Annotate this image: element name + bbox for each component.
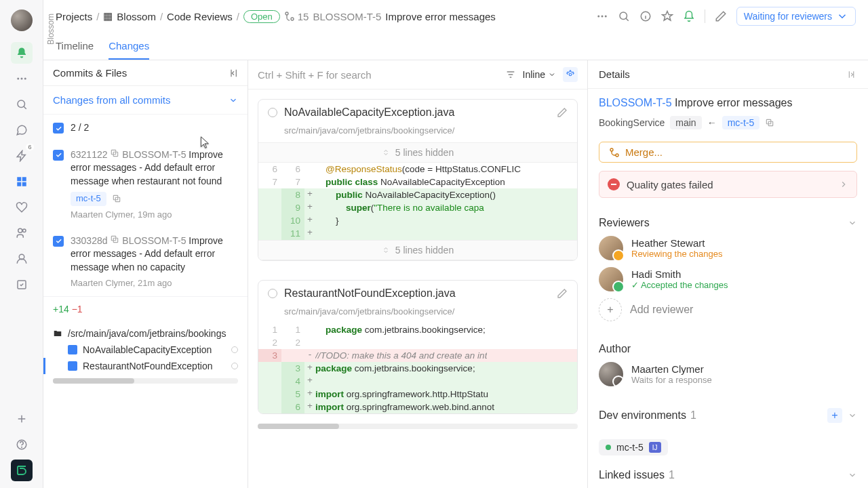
diff-line[interactable]: 77 public class NoAvailableCapacityExcep…	[258, 176, 577, 188]
checkbox-icon[interactable]	[53, 150, 64, 161]
expand-hunk[interactable]: 5 lines hidden	[258, 240, 577, 260]
edit-file-icon[interactable]	[557, 288, 568, 299]
env-chip[interactable]: mc-t-5 IJ	[599, 439, 668, 455]
crumb-reviews[interactable]: Code Reviews	[167, 11, 233, 22]
svg-point-18	[605, 16, 607, 18]
target-branch[interactable]: main	[670, 116, 701, 129]
search-input[interactable]: Ctrl + Shift + F for search	[258, 69, 505, 81]
crumb-projects[interactable]: Projects	[56, 11, 92, 22]
checkbox-icon[interactable]	[53, 236, 64, 247]
bell-icon[interactable]	[683, 10, 695, 22]
help-icon[interactable]	[11, 434, 33, 455]
horizontal-scrollbar[interactable]	[53, 378, 238, 384]
chevron-down-icon[interactable]	[848, 411, 857, 420]
svg-point-13	[21, 447, 22, 447]
bolt-icon[interactable]: 6	[11, 145, 33, 167]
svg-rect-7	[22, 182, 26, 186]
quality-gates-banner[interactable]: Quality gates failed	[599, 171, 857, 198]
commit-item[interactable]: 6321122 BLOSSOM-T-5 Improve error messag…	[43, 142, 248, 228]
reviewers-heading: Reviewers	[599, 217, 857, 229]
commits-filter-dropdown[interactable]: Changes from all commits	[43, 86, 248, 115]
tree-file[interactable]: NoAvailableCapacityException	[43, 342, 248, 358]
add-env-button[interactable]: +	[827, 408, 842, 423]
star-icon[interactable]	[661, 10, 673, 22]
svg-point-31	[616, 154, 618, 157]
filter-icon[interactable]	[505, 69, 516, 80]
todo-icon[interactable]	[11, 274, 33, 296]
diff-line[interactable]: 8+ public NoAvailableCapacityException()	[258, 188, 577, 201]
svg-point-19	[620, 12, 627, 20]
notifications-icon[interactable]	[11, 42, 33, 64]
diff-line[interactable]: 11 package com.jetbrains.bookingservice;	[258, 323, 577, 336]
author-heading: Author	[599, 343, 857, 355]
file-header[interactable]: RestaurantNotFoundException.java	[258, 281, 577, 306]
projects-icon[interactable]	[11, 171, 33, 192]
collapse-panel-icon[interactable]	[848, 70, 857, 79]
chevron-down-icon	[836, 10, 848, 22]
add-reviewer-button[interactable]: + Add reviewer	[599, 298, 857, 321]
diff-line[interactable]: 6+import org.springframework.web.bind.an…	[258, 401, 577, 413]
chevron-down-icon[interactable]	[848, 218, 857, 228]
horizontal-scrollbar[interactable]	[258, 424, 578, 429]
info-icon[interactable]	[639, 10, 652, 22]
tree-folder[interactable]: /src/main/java/com/jetbrains/bookings	[43, 325, 248, 342]
search-rail-icon[interactable]	[11, 94, 33, 115]
add-icon[interactable]	[11, 408, 33, 430]
search-icon[interactable]	[618, 10, 630, 22]
chat-icon[interactable]	[11, 119, 33, 141]
review-state-dropdown[interactable]: Waiting for reviewers	[736, 7, 856, 26]
tab-timeline[interactable]: Timeline	[56, 33, 94, 60]
checkbox-icon[interactable]	[53, 123, 64, 134]
diff-line[interactable]: 4+	[258, 375, 577, 388]
diff-line[interactable]: 10+ }	[258, 214, 577, 227]
svg-rect-6	[17, 182, 21, 186]
arrow-left-icon: ←	[707, 117, 717, 128]
diff-line[interactable]: 11+	[258, 227, 577, 240]
issue-key[interactable]: BLOSSOM-T-5	[313, 11, 381, 22]
diff-line[interactable]: 3+package com.jetbrains.bookingservice;	[258, 362, 577, 375]
diff-line[interactable]: 66 @ResponseStatus(code = HttpStatus.CON…	[258, 163, 577, 176]
edit-icon[interactable]	[715, 10, 727, 22]
copy-icon[interactable]	[110, 148, 119, 158]
review-ring-icon[interactable]	[268, 108, 277, 117]
branch-tag[interactable]: mc-t-5	[71, 192, 106, 205]
diff-line[interactable]: 3-//TODO: make this a 404 and create an …	[258, 349, 577, 362]
status-dot-icon	[606, 445, 611, 450]
expand-hunk[interactable]: 5 lines hidden	[258, 142, 577, 163]
tree-file[interactable]: RestaurantNotFoundException	[43, 358, 248, 374]
edit-file-icon[interactable]	[557, 107, 568, 118]
review-ring-icon[interactable]	[268, 289, 277, 298]
commit-item[interactable]: 330328d BLOSSOM-T-5 Improve error messag…	[43, 228, 248, 296]
copy-icon[interactable]	[112, 194, 121, 203]
svg-point-3	[18, 100, 25, 108]
tab-changes[interactable]: Changes	[108, 33, 149, 60]
team-icon[interactable]	[11, 222, 33, 244]
project-cube-icon: ▦	[103, 10, 113, 22]
copy-icon[interactable]	[765, 118, 774, 127]
product-logo[interactable]	[11, 460, 33, 481]
author-row: Maarten Clymer Waits for a response	[599, 362, 857, 386]
repo-name[interactable]: BookingService	[599, 117, 665, 128]
avatar[interactable]	[599, 362, 623, 386]
diff-line[interactable]: 5+import org.springframework.http.HttpSt…	[258, 388, 577, 401]
more-actions-icon[interactable]	[596, 10, 608, 22]
chevron-down-icon[interactable]	[848, 470, 857, 480]
heart-icon[interactable]	[11, 197, 33, 218]
user-avatar[interactable]	[11, 9, 33, 31]
avatar[interactable]	[599, 267, 623, 291]
avatar[interactable]	[599, 236, 623, 260]
source-branch[interactable]: mc-t-5	[722, 116, 760, 129]
diff-line[interactable]: 9+ super("There is no available capa	[258, 201, 577, 214]
view-mode-select[interactable]: Inline	[523, 69, 556, 80]
profile-icon[interactable]	[11, 248, 33, 270]
select-all-row[interactable]: 2 / 2	[43, 115, 248, 142]
collapse-panel-icon[interactable]	[227, 68, 238, 79]
copy-icon[interactable]	[110, 235, 119, 244]
merge-button[interactable]: Merge...	[599, 142, 857, 163]
file-header[interactable]: NoAvailableCapacityException.java	[258, 100, 577, 125]
crumb-project[interactable]: Blossom	[117, 11, 156, 22]
linked-issues-heading: Linked issues1	[599, 469, 857, 481]
more-icon[interactable]	[11, 68, 33, 89]
diff-line[interactable]: 22	[258, 336, 577, 349]
diff-settings-icon[interactable]	[563, 67, 578, 82]
